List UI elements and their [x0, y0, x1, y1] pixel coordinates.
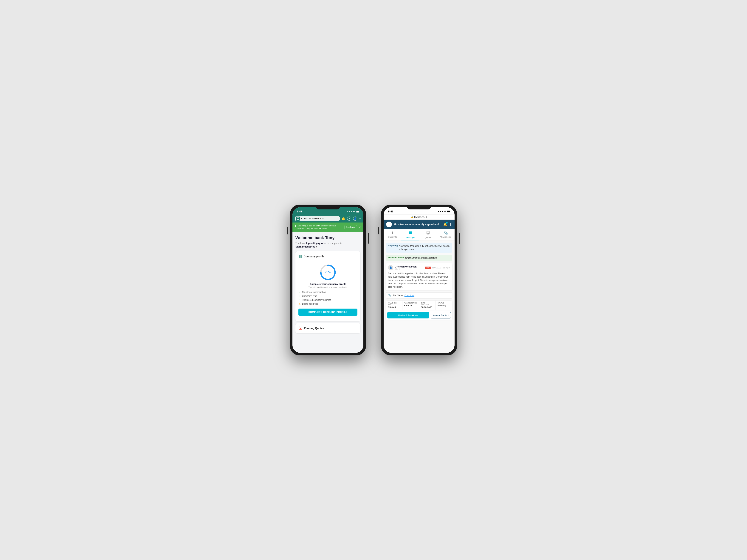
checklist-item: ⚠ Billing adddress [299, 302, 357, 306]
quotes-icon [426, 231, 430, 236]
url-bar: 🔒 lawbite.co.uk [384, 215, 455, 220]
battery-icon-2: ▮▮▮ [447, 210, 450, 213]
check-warn-icon: ⚠ [299, 302, 301, 305]
read-more-button[interactable]: Read more [344, 225, 357, 229]
battery-icon-1: ▮▮▮ [356, 210, 359, 213]
check-ok-icon: ✓ [299, 295, 301, 297]
help-icon[interactable]: ? [347, 216, 351, 221]
welcome-subtitle: You have 2 pending quotes to complete in… [295, 241, 360, 249]
company-badge[interactable]: STARK INDUSTRIES ▾ [295, 216, 340, 221]
review-pay-button[interactable]: Review & Pay Quote [387, 312, 429, 318]
subtitle-post: to complete in [326, 242, 342, 244]
power-button-2 [459, 233, 460, 244]
manage-quote-button[interactable]: Manage Quote ▾ [431, 312, 451, 318]
case-info-icon: ℹ [392, 231, 393, 235]
value-total-cell: VALUE (TOTAL) £408.44 [403, 300, 419, 310]
url-text: lawbite.co.uk [414, 216, 427, 218]
manage-quote-label: Manage Quote [433, 314, 447, 316]
company-icon [296, 216, 300, 221]
company-name: STARK INDUSTRIES [301, 217, 321, 220]
more-icon[interactable]: ⋮ [449, 223, 452, 226]
company-link[interactable]: Stark Indsustries [295, 245, 315, 248]
tab-messages-label: Messages [406, 236, 415, 239]
volume-button [287, 227, 288, 235]
time-2: 9:41 [388, 210, 393, 213]
tab-messages[interactable]: Messages [401, 229, 419, 240]
sender-role: Client [395, 268, 423, 270]
case-title: How to cancel a recently signed and... [394, 223, 441, 226]
date-label: DATE CREATED [421, 302, 434, 306]
tab-case-info[interactable]: ℹ Case Info [384, 229, 401, 240]
card-header: Company profile [299, 254, 357, 261]
power-button [368, 233, 369, 244]
tab-attachments[interactable]: 📎 Attachments [437, 229, 455, 240]
members-message: Members added Omar Schleifer, Marcus Bap… [386, 255, 452, 262]
nav-bar-1: STARK INDUSTRIES ▾ 🔔 ? 👤 ≡ [292, 215, 363, 222]
status-icons-2: ▲▲▲ ⊛ ▮▮▮ [437, 210, 450, 213]
menu-icon[interactable]: ≡ [359, 217, 361, 221]
value-ex-value: £408.44 [388, 306, 401, 309]
alert-close-icon[interactable]: ✕ [359, 225, 361, 229]
progress-section: 75% Complete your company profile You st… [299, 264, 357, 316]
building-icon [299, 254, 302, 259]
tabs-bar: ℹ Case Info Messages [384, 229, 455, 240]
pending-quotes-card[interactable]: Pending Quotes [295, 323, 360, 334]
message-meta: SENT 12/08/2020 - 12:45pm [425, 267, 450, 269]
bell-icon-2[interactable]: 🔔 [443, 223, 447, 226]
status-cell: STATUS Pending [436, 300, 452, 310]
profile-sub: You still need to provide a few more det… [309, 286, 347, 288]
checklist-item: ✓ Country of incorporation [299, 290, 357, 294]
checklist-label: Registered company address [302, 299, 331, 301]
svg-point-11 [300, 328, 301, 329]
avatar: 👤 [388, 265, 393, 270]
sender-info: Gretchen Westervelt Client [395, 265, 423, 270]
profile-title: Complete your company profile [310, 283, 346, 286]
company-profile-card: Company profile 75% Complete your compan… [295, 251, 360, 321]
download-link[interactable]: Download [405, 294, 414, 297]
status-icons-1: ▲▲▲ ⊛ ▮▮▮ [346, 210, 359, 213]
profile-icon[interactable]: 👤 [353, 216, 357, 221]
date-value: 08/08/2020 [421, 306, 434, 309]
pending-label: Pending Quotes [304, 327, 324, 330]
svg-rect-7 [301, 256, 302, 258]
sent-badge: SENT [425, 267, 431, 269]
messages-area: Preparing Your Case Manager is Ty Jeffer… [384, 240, 455, 353]
welcome-title: Welcome back Tony [295, 235, 360, 240]
client-message: 👤 Gretchen Westervelt Client SENT 12/08/… [386, 263, 452, 290]
phone-1: 9:41 ▲▲▲ ⊛ ▮▮▮ [290, 205, 366, 355]
subtitle-bold: 2 pending quotes [306, 242, 326, 244]
back-button[interactable]: ‹ [386, 221, 392, 227]
members-text: Omar Schleifer, Marcus Baptista [405, 257, 437, 260]
alert-text: Scelerisque sed leo enim tellus in fauci… [298, 224, 343, 230]
tab-case-info-label: Case Info [388, 236, 397, 238]
phone-2: 9:41 ▲▲▲ ⊛ ▮▮▮ 🔒 lawbite.co.uk ‹ How to … [381, 205, 457, 355]
nav-icons: 🔔 ? 👤 ≡ [341, 216, 361, 221]
lock-icon: 🔒 [411, 216, 413, 218]
subtitle-pre: You have [295, 242, 306, 244]
svg-rect-6 [299, 256, 300, 258]
checklist-item: ✓ Company Type [299, 294, 357, 298]
tab-quotes[interactable]: Quotes [419, 229, 437, 240]
value-ex-label: VALUE (EX VAT) [388, 302, 401, 306]
scene: 9:41 ▲▲▲ ⊛ ▮▮▮ [290, 205, 457, 355]
wifi-icon-1: ⊛ [353, 210, 355, 213]
complete-profile-button[interactable]: COMPLETE COMPANY PROFILE [299, 309, 357, 316]
manage-chevron-icon: ▾ [448, 314, 449, 316]
notch-2 [407, 205, 431, 209]
alert-info-icon: ℹ [295, 224, 296, 228]
attachments-icon: 📎 [444, 231, 448, 235]
value-ex-cell: VALUE (EX VAT) £408.44 [386, 300, 403, 310]
file-row: 📎 File Name Download [386, 292, 452, 298]
preparing-text: Your Case Manager is Ty Jefferies, they … [399, 244, 450, 251]
signal-icon-2: ▲▲▲ [437, 210, 443, 213]
progress-percent: 75% [325, 271, 331, 274]
case-nav-bar: ‹ How to cancel a recently signed and...… [384, 220, 455, 229]
pending-icon [299, 326, 303, 331]
phone-1-screen: 9:41 ▲▲▲ ⊛ ▮▮▮ [292, 207, 363, 353]
quote-table: VALUE (EX VAT) £408.44 VALUE (TOTAL) £40… [386, 300, 452, 311]
bell-icon-1[interactable]: 🔔 [341, 217, 345, 220]
svg-rect-1 [298, 217, 299, 218]
svg-rect-2 [297, 219, 298, 220]
checklist-label: Billing adddress [302, 302, 318, 305]
status-label: STATUS [438, 302, 450, 304]
